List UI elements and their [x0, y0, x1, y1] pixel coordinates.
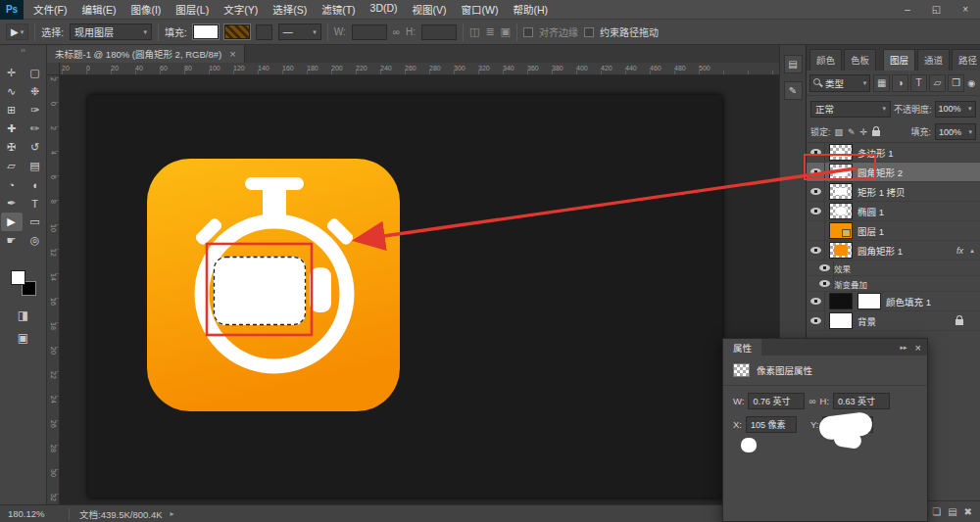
dodge-tool[interactable]: ◖: [24, 175, 46, 194]
prop-y-field[interactable]: 像素: [822, 416, 873, 433]
layer-name[interactable]: 多边形 1: [858, 146, 963, 160]
zoom-tool[interactable]: ◎: [24, 231, 46, 250]
height-field[interactable]: [421, 24, 457, 40]
tab-layers[interactable]: 图层: [883, 49, 915, 71]
lock-icon[interactable]: ✛: [860, 127, 868, 137]
opacity-field[interactable]: 100% ▾: [935, 101, 976, 118]
tool-preset-button[interactable]: ▶ ▾: [6, 24, 28, 40]
lock-icon[interactable]: [872, 130, 880, 136]
filter-shape-layers-icon[interactable]: ▱: [929, 74, 946, 92]
filter-adjustment-layers-icon[interactable]: ◑: [892, 74, 908, 92]
filter-pixel-layers-icon[interactable]: ▦: [873, 74, 890, 92]
blend-mode-dropdown[interactable]: 正常 ▾: [810, 101, 891, 118]
eye-icon[interactable]: [807, 241, 825, 260]
layer-name[interactable]: 背景: [858, 314, 956, 328]
eye-icon[interactable]: [807, 182, 825, 201]
new-layer-icon[interactable]: ▤: [948, 506, 956, 517]
healing-brush-tool[interactable]: ✚: [1, 119, 23, 138]
align-edges-checkbox[interactable]: [523, 27, 533, 37]
brush-tool[interactable]: ✏: [24, 119, 46, 138]
menu-item[interactable]: 图像(I): [130, 2, 161, 17]
eye-icon[interactable]: [815, 276, 834, 291]
menu-item[interactable]: 帮助(H): [514, 2, 549, 17]
document-tab[interactable]: 未标题-1 @ 180% (圆角矩形 2, RGB/8#) ×: [47, 45, 245, 63]
crop-tool[interactable]: ⊞: [1, 101, 23, 119]
path-operations-icon[interactable]: ◫: [469, 25, 479, 38]
panel-collapse-icon[interactable]: ▸▸: [901, 344, 907, 352]
link-dimensions-icon[interactable]: ∞: [808, 396, 815, 406]
tab-close-icon[interactable]: ×: [229, 48, 235, 60]
select-mode-dropdown[interactable]: 现用图层 ▾: [70, 24, 152, 40]
history-panel-icon[interactable]: ▤: [784, 55, 803, 73]
stroke-width-field[interactable]: [256, 24, 272, 40]
layer-row[interactable]: 圆角矩形 1 fx ▴: [807, 241, 980, 261]
stroke-swatch[interactable]: [224, 24, 250, 39]
tab-properties[interactable]: 属性: [723, 339, 761, 356]
eye-icon[interactable]: [807, 143, 825, 162]
menu-item[interactable]: 3D(D): [370, 2, 398, 17]
restore-button[interactable]: ◱: [932, 4, 941, 15]
fill-swatch[interactable]: [193, 24, 219, 39]
pen-tool[interactable]: ✒: [1, 194, 23, 213]
eye-icon[interactable]: [807, 202, 825, 220]
eye-icon[interactable]: [815, 261, 834, 275]
layer-row[interactable]: 图层 1: [807, 221, 980, 241]
menu-item[interactable]: 文件(F): [33, 2, 67, 17]
hand-tool[interactable]: ☛: [1, 231, 23, 250]
move-tool[interactable]: ✛: [1, 64, 23, 82]
layer-name[interactable]: 椭圆 1: [858, 205, 963, 218]
minimize-button[interactable]: –: [905, 4, 910, 15]
layer-name[interactable]: 效果: [834, 262, 963, 274]
tab-color[interactable]: 颜色: [809, 49, 842, 71]
lasso-tool[interactable]: ∿: [1, 82, 23, 101]
status-more-icon[interactable]: ▸: [171, 509, 174, 518]
tab-paths[interactable]: 路径: [952, 49, 980, 71]
panel-close-icon[interactable]: ×: [915, 342, 921, 354]
layer-name[interactable]: 渐变叠加: [834, 278, 963, 290]
tab-channels[interactable]: 通道: [917, 49, 950, 71]
screen-mode-icon[interactable]: ▣: [18, 331, 28, 345]
toolbar-collapse-icon[interactable]: ‹‹: [21, 45, 25, 56]
constrain-path-checkbox[interactable]: [584, 27, 594, 37]
lock-icon[interactable]: ✎: [848, 127, 856, 137]
layer-thumbnail[interactable]: [829, 144, 853, 161]
quick-select-tool[interactable]: ❉: [24, 82, 46, 101]
menu-item[interactable]: 选择(S): [272, 2, 307, 17]
layer-row[interactable]: 颜色填充 1: [807, 292, 980, 311]
marquee-tool[interactable]: ▢: [24, 64, 46, 82]
zoom-level-field[interactable]: 180.12%: [0, 508, 69, 519]
menu-item[interactable]: 视图(V): [413, 2, 447, 17]
layer-name[interactable]: 颜色填充 1: [886, 295, 963, 308]
layer-mask-thumbnail[interactable]: [858, 293, 881, 309]
link-dimensions-icon[interactable]: ∞: [393, 26, 400, 37]
path-arrange-icon[interactable]: ▣: [501, 25, 511, 38]
width-field[interactable]: [352, 24, 387, 40]
layer-row[interactable]: 效果: [807, 261, 980, 276]
filter-toggle-icon[interactable]: ◉: [967, 78, 975, 88]
menu-item[interactable]: 文字(Y): [223, 2, 258, 17]
quick-mask-icon[interactable]: ◨: [18, 308, 28, 322]
layer-thumbnail[interactable]: [829, 164, 853, 180]
layer-thumbnail[interactable]: [829, 293, 853, 309]
lock-icon[interactable]: ▨: [835, 127, 844, 137]
layer-row[interactable]: 多边形 1: [807, 143, 980, 163]
delete-layer-icon[interactable]: ✖: [964, 506, 972, 517]
layer-thumbnail[interactable]: [829, 222, 853, 239]
new-group-icon[interactable]: ❏: [932, 506, 941, 517]
menu-item[interactable]: 窗口(W): [462, 2, 499, 17]
layer-row[interactable]: 圆角矩形 2: [807, 163, 980, 182]
layer-name[interactable]: 圆角矩形 2: [858, 166, 963, 179]
stroke-style-dropdown[interactable]: — ▾: [278, 24, 321, 40]
gradient-tool[interactable]: ▤: [24, 157, 46, 175]
prop-h-field[interactable]: 0.63 英寸: [833, 393, 890, 409]
layer-row[interactable]: 椭圆 1: [807, 202, 980, 221]
menu-item[interactable]: 滤镜(T): [321, 2, 355, 17]
layer-name[interactable]: 矩形 1 拷贝: [858, 185, 963, 199]
fill-opacity-field[interactable]: 100% ▾: [935, 123, 976, 140]
filter-type-layers-icon[interactable]: T: [910, 74, 927, 92]
fx-collapse-icon[interactable]: ▴: [967, 247, 977, 255]
blur-tool[interactable]: ◔: [1, 175, 23, 194]
layer-name[interactable]: 圆角矩形 1: [858, 244, 956, 258]
eye-icon[interactable]: [807, 221, 825, 240]
history-brush-tool[interactable]: ↺: [24, 138, 46, 157]
